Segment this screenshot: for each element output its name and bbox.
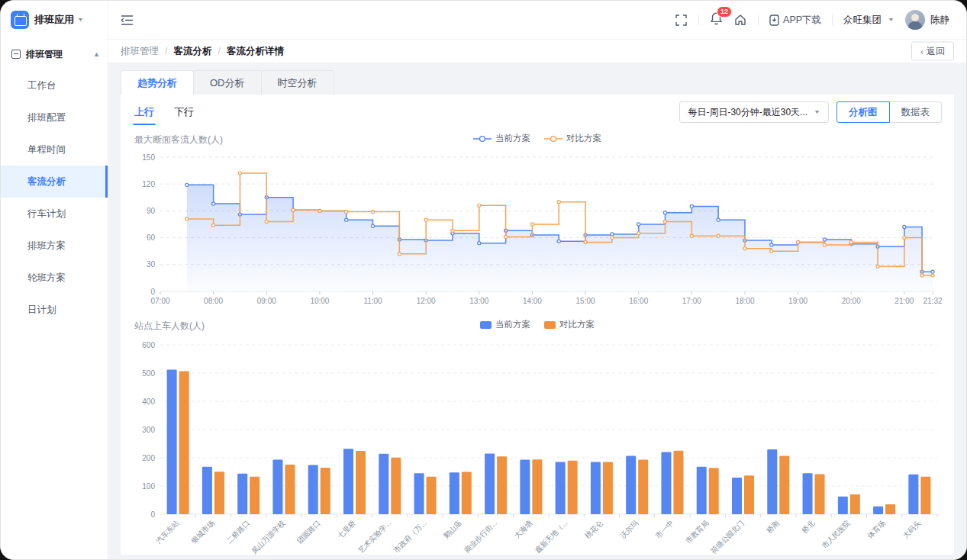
trend-step-chart: 030609012015007:0008:0009:0010:0011:0012… [133,150,943,310]
legend-item-1[interactable]: 对比方案 [544,133,601,144]
direction-tabs: 上行下行 [133,101,212,124]
bar-0-15 [697,467,707,514]
breadcrumb-item-0[interactable]: 排班管理 [121,45,159,58]
svg-text:500: 500 [142,369,155,378]
bar-1-0 [179,371,189,514]
svg-text:30: 30 [147,260,156,269]
svg-text:凤山万源学校: 凤山万源学校 [250,518,286,555]
calendar-icon [11,49,21,60]
legend-label: 对比方案 [566,133,601,144]
chart-controls: 每日-周日-30分钟-最近30天... ▼ 分析图数据表 [679,101,942,123]
bar-0-2 [237,474,247,514]
chevron-up-icon: ▲ [93,50,100,58]
svg-text:桥南: 桥南 [764,519,781,536]
breadcrumb-item-1[interactable]: 客流分析 [173,45,211,58]
sidebar-collapse-icon[interactable] [120,13,134,27]
bar-1-7 [427,477,437,514]
svg-text:21:00: 21:00 [894,297,914,305]
sidebar-group-schedule-management[interactable]: 排班管理 ▲ [1,39,108,69]
direction-tab-0[interactable]: 上行 [133,101,156,124]
svg-text:荷塘公园北门: 荷塘公园北门 [709,519,746,555]
sidebar-item-5[interactable]: 排班方案 [1,230,108,262]
bar-0-18 [803,473,813,514]
bar-chart-header: 站点上车人数(人) 当前方案对比方案 [133,317,942,336]
bar-0-17 [767,449,777,514]
bar-0-5 [343,449,353,514]
breadcrumb-bar: 排班管理/客流分析/客流分析详情 ‹ 返回 [108,39,966,63]
period-filter-select[interactable]: 每日-周日-30分钟-最近30天... ▼ [679,101,829,123]
view-button-1[interactable]: 数据表 [890,101,943,123]
direction-tab-1[interactable]: 下行 [172,101,195,124]
svg-text:14:00: 14:00 [523,297,542,305]
boarding-bar-chart: 0100200300400500600汽车东站银城市场二桥路口凤山万源学校团圆路… [133,336,943,555]
svg-text:沃尔玛: 沃尔玛 [618,519,640,540]
bar-0-0 [167,370,177,514]
view-button-0[interactable]: 分析图 [836,101,890,123]
square-marker-icon [480,321,492,329]
svg-text:鑫新天地（...: 鑫新天地（... [533,519,569,555]
legend-item-0[interactable]: 当前方案 [480,319,530,330]
bar-1-9 [497,456,507,514]
bar-0-19 [838,497,848,514]
page-content: 趋势分析OD分析时空分析 上行下行 每日-周日-30分钟-最近30天... ▼ … [108,63,966,559]
bar-0-10 [520,460,530,514]
sidebar-item-2[interactable]: 单程时间 [1,134,108,166]
sidebar-item-1[interactable]: 排班配置 [1,101,108,134]
sidebar-item-7[interactable]: 日计划 [1,294,108,326]
sidebar-item-6[interactable]: 轮班方案 [1,262,108,294]
breadcrumb-separator: / [218,46,220,56]
svg-text:13:00: 13:00 [469,297,488,305]
legend-item-0[interactable]: 当前方案 [473,133,530,144]
square-marker-icon [544,321,556,329]
user-avatar [905,10,925,30]
svg-text:90: 90 [147,207,156,215]
breadcrumb: 排班管理/客流分析/客流分析详情 [121,45,284,58]
divider [698,14,699,25]
tab-0[interactable]: 趋势分析 [121,70,194,95]
svg-text:19:00: 19:00 [788,297,807,305]
legend-item-1[interactable]: 对比方案 [544,319,595,330]
user-name: 陈静 [930,14,949,27]
app-logo-icon [11,11,29,29]
company-name: 众旺集团 [843,14,882,27]
app-logo-row[interactable]: 排班应用 ▼ [1,1,108,39]
sidebar-item-4[interactable]: 行车计划 [1,198,108,230]
company-switcher[interactable]: 众旺集团 ▼ [843,14,894,27]
app-download-button[interactable]: APP下载 [769,14,821,27]
bar-0-8 [450,472,459,514]
back-button[interactable]: ‹ 返回 [911,42,954,61]
notifications-button[interactable]: 12 [710,11,723,28]
bar-1-19 [850,494,860,514]
legend-label: 当前方案 [495,133,530,144]
notification-badge: 12 [717,6,732,18]
sidebar-item-0[interactable]: 工作台 [1,69,108,101]
divider [832,14,833,25]
svg-text:15:00: 15:00 [576,297,595,305]
tab-2[interactable]: 时空分析 [261,70,334,95]
bar-1-20 [885,504,895,514]
sidebar-menu: 工作台排班配置单程时间客流分析行车计划排班方案轮班方案日计划 [1,69,108,326]
fullscreen-icon[interactable] [674,13,688,27]
bar-0-1 [202,467,212,514]
bar-1-14 [673,451,683,514]
home-icon[interactable] [733,13,747,27]
bar-1-17 [779,455,789,514]
breadcrumb-separator: / [165,46,167,56]
bar-1-18 [815,474,825,514]
bar-0-4 [308,465,318,514]
tab-1[interactable]: OD分析 [193,70,262,95]
svg-text:市一中: 市一中 [653,519,675,541]
svg-text:0: 0 [150,288,155,296]
bar-0-21 [908,475,918,514]
chevron-down-icon: ▼ [77,17,84,23]
bar-0-11 [556,462,566,514]
svg-text:300: 300 [142,426,155,434]
svg-text:体育场: 体育场 [865,519,887,541]
user-menu[interactable]: 陈静 [905,10,949,30]
app-download-label: APP下载 [783,14,821,27]
period-filter-value: 每日-周日-30分钟-最近30天... [688,106,807,119]
app-title: 排班应用 [34,13,74,27]
sidebar-item-3[interactable]: 客流分析 [1,166,108,198]
bar-1-8 [462,472,472,515]
bar-1-21 [920,477,930,514]
